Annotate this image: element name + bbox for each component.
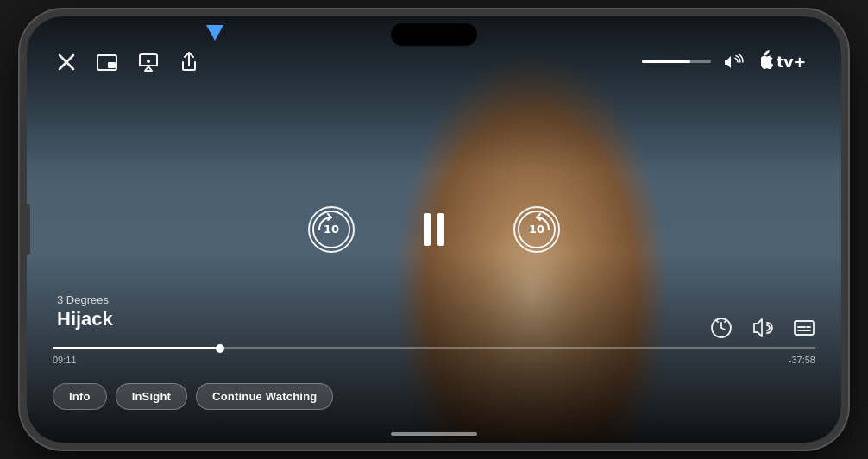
time-display: 09:11 -37:58	[53, 355, 815, 365]
continue-watching-button[interactable]: Continue Watching	[196, 383, 333, 410]
svg-point-4	[147, 60, 150, 63]
appletv-text: tv+	[761, 49, 811, 73]
rewind-button[interactable]: 10	[308, 206, 355, 253]
pip-button[interactable]	[97, 52, 117, 72]
top-left-controls	[57, 51, 198, 72]
progress-area: 09:11 -37:58	[53, 347, 815, 365]
info-button[interactable]: Info	[53, 383, 107, 410]
forward-button[interactable]: 10	[513, 206, 560, 253]
camera-bump	[23, 204, 30, 255]
pause-button[interactable]	[424, 213, 444, 246]
speed-button[interactable]	[710, 316, 733, 339]
volume-bar[interactable]	[642, 60, 711, 63]
home-indicator	[391, 432, 477, 436]
svg-rect-11	[795, 321, 814, 335]
arrow-indicator	[206, 15, 223, 41]
phone-frame: tv+ 10 10	[20, 9, 848, 450]
subtitles-button[interactable]	[793, 316, 815, 339]
progress-bar[interactable]	[53, 347, 815, 349]
svg-text:10: 10	[529, 223, 544, 236]
svg-text:10: 10	[324, 223, 339, 236]
insight-button[interactable]: InSight	[116, 383, 187, 410]
volume-icon	[725, 53, 744, 71]
time-remaining: -37:58	[789, 355, 815, 365]
svg-rect-3	[108, 62, 116, 68]
episode-label: 3 Degrees	[57, 293, 113, 306]
svg-text:tv+: tv+	[777, 53, 806, 71]
right-side-icons	[710, 316, 815, 339]
dynamic-island	[391, 23, 477, 46]
audio-button[interactable]	[752, 316, 774, 339]
top-right-controls: tv+	[642, 49, 811, 73]
share-button[interactable]	[179, 51, 198, 72]
airplay-button[interactable]	[138, 52, 159, 72]
volume-fill	[642, 60, 690, 63]
time-current: 09:11	[53, 355, 77, 365]
title-info: 3 Degrees Hijack	[57, 293, 113, 330]
appletv-logo: tv+	[758, 49, 811, 73]
pause-bar-right	[437, 213, 444, 246]
pill-buttons: Info InSight Continue Watching	[53, 383, 333, 410]
arrow-head	[206, 25, 223, 41]
progress-fill	[53, 347, 220, 349]
episode-title: Hijack	[57, 308, 113, 330]
pause-bar-left	[424, 213, 431, 246]
center-playback-controls: 10 10	[308, 206, 560, 253]
close-button[interactable]	[57, 52, 76, 72]
